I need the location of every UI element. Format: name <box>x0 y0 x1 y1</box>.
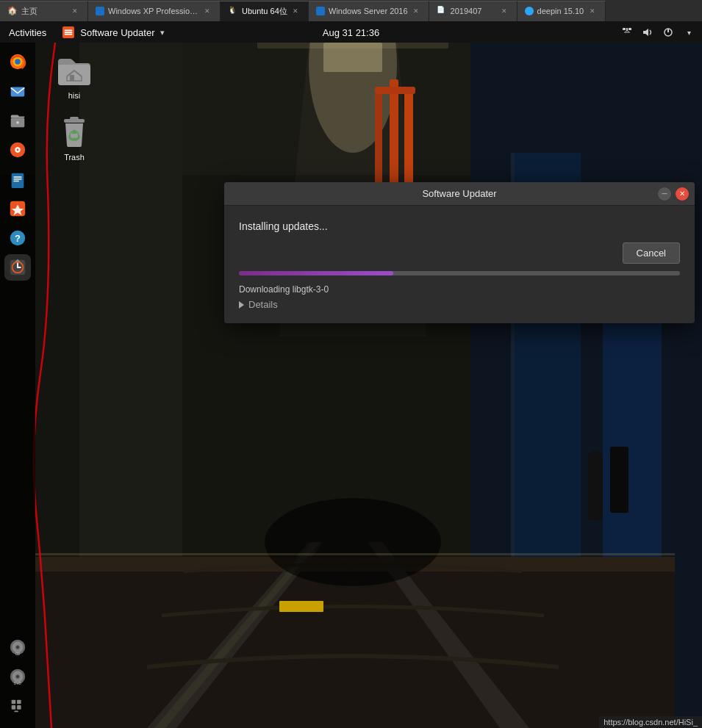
details-row[interactable]: Details <box>239 299 680 310</box>
dialog-controls: ─ ✕ <box>658 187 689 201</box>
tab-deepin[interactable]: deepin 15.10 ✕ <box>517 1 606 21</box>
volume-tray-icon[interactable] <box>640 25 655 40</box>
tab-home[interactable]: 🏠 主页 ✕ <box>0 1 88 21</box>
app-menu-label: Software Updater <box>80 27 154 38</box>
trash-icon-img <box>57 115 92 150</box>
svg-rect-2 <box>628 28 631 30</box>
rhythmbox-icon <box>8 140 27 159</box>
svg-rect-24 <box>35 553 675 555</box>
dock-item-show-apps[interactable] <box>4 693 31 719</box>
tab-2019407[interactable]: 📄 2019407 ✕ <box>429 1 517 21</box>
svg-rect-21 <box>375 87 415 94</box>
home-tab-icon: 🏠 <box>7 6 18 16</box>
dock-item-mail[interactable] <box>4 78 31 104</box>
download-status-text: Downloading libgtk-3-0 <box>239 284 680 295</box>
cancel-button[interactable]: Cancel <box>623 242 680 264</box>
software-updater-dialog[interactable]: Software Updater ─ ✕ Installing updates.… <box>224 182 695 323</box>
progress-bar-container <box>239 271 680 275</box>
hisi-icon-label: hisi <box>68 91 81 100</box>
tab-ubuntu[interactable]: 🐧 Ubuntu 64位 ✕ <box>221 1 309 21</box>
clock-display: Aug 31 21:36 <box>323 27 379 38</box>
dialog-title: Software Updater <box>422 188 496 199</box>
clock-text: Aug 31 21:36 <box>323 27 379 38</box>
folder-icon <box>57 54 92 87</box>
svg-rect-63 <box>70 117 79 120</box>
dock-bottom: CD DVD <box>4 634 31 728</box>
svg-text:?: ? <box>15 233 21 244</box>
dialog-close-button[interactable]: ✕ <box>676 187 689 201</box>
svg-rect-58 <box>17 700 21 704</box>
svg-rect-61 <box>14 711 18 713</box>
svg-rect-25 <box>588 461 603 520</box>
svg-point-31 <box>15 59 20 64</box>
power-tray-icon[interactable] <box>661 25 676 40</box>
tab-winserver-label: Windows Server 2016 <box>329 7 408 15</box>
system-tray: ▾ <box>620 22 702 43</box>
dialog-body: Installing updates... Cancel Downloading… <box>224 206 695 323</box>
app-menu[interactable]: Software Updater ▾ <box>55 22 172 43</box>
tab-deepin-label: deepin 15.10 <box>537 7 584 15</box>
svg-point-50 <box>17 646 19 649</box>
svg-text:CD: CD <box>15 652 21 656</box>
details-arrow-icon <box>239 301 244 309</box>
url-text: https://blog.csdn.net/HiSi_ <box>603 718 698 727</box>
svg-point-23 <box>265 498 441 586</box>
winserver-tab-icon <box>316 7 325 15</box>
network-tray-icon[interactable] <box>620 25 634 40</box>
svg-rect-0 <box>623 28 626 30</box>
tab-winserver[interactable]: Windows Server 2016 ✕ <box>309 1 429 21</box>
trash-icon <box>58 115 90 150</box>
dock-item-dvd[interactable]: DVD <box>4 663 31 690</box>
tab-ubuntu-close[interactable]: ✕ <box>290 6 301 16</box>
desktop-icons-area: hisi Trash <box>40 43 108 172</box>
sidebar-dock: ? CD <box>0 43 35 728</box>
firefox-icon <box>8 52 27 71</box>
svg-point-55 <box>17 676 19 678</box>
dock-item-software[interactable] <box>4 195 31 222</box>
desktop-icon-hisi[interactable]: hisi <box>48 50 101 103</box>
tab-ubuntu-label: Ubuntu 64位 <box>242 6 287 17</box>
mail-icon <box>8 82 27 101</box>
dock-item-files[interactable] <box>4 107 31 134</box>
tab-home-label: 主页 <box>21 6 67 17</box>
dock-item-cd[interactable]: CD <box>4 634 31 660</box>
svg-rect-39 <box>13 176 21 177</box>
svg-rect-32 <box>11 87 25 96</box>
dock-item-libreoffice[interactable] <box>4 166 31 192</box>
svg-rect-57 <box>12 700 16 704</box>
dialog-minimize-button[interactable]: ─ <box>658 187 671 201</box>
dialog-titlebar: Software Updater ─ ✕ <box>224 182 695 206</box>
dialog-status-text: Installing updates... <box>239 220 680 232</box>
tab-winserver-close[interactable]: ✕ <box>411 6 421 16</box>
close-icon: ✕ <box>679 190 685 198</box>
dock-item-firefox[interactable] <box>4 48 31 75</box>
browser-tab-bar: 🏠 主页 ✕ Windows XP Professional ✕ 🐧 Ubunt… <box>0 0 702 22</box>
details-label: Details <box>248 299 278 310</box>
svg-rect-27 <box>279 601 323 612</box>
activities-button[interactable]: Activities <box>0 22 55 43</box>
tab-winxp-label: Windows XP Professional <box>108 7 199 15</box>
svg-point-26 <box>588 450 603 465</box>
app-menu-icon <box>62 26 74 38</box>
deepin-tab-icon <box>525 7 534 15</box>
dock-item-rhythmbox[interactable] <box>4 137 31 163</box>
tab-winxp-close[interactable]: ✕ <box>202 6 212 16</box>
top-panel: Activities Software Updater ▾ Aug 31 21:… <box>0 22 702 43</box>
svg-rect-3 <box>624 32 630 33</box>
url-bar: https://blog.csdn.net/HiSi_ <box>599 716 702 728</box>
cd-icon: CD <box>8 638 27 657</box>
tab-winxp[interactable]: Windows XP Professional ✕ <box>88 1 221 21</box>
svg-point-34 <box>16 121 19 124</box>
winxp-tab-icon <box>96 7 104 15</box>
dock-item-help[interactable]: ? <box>4 225 31 251</box>
tab-home-close[interactable]: ✕ <box>70 6 80 16</box>
activities-label: Activities <box>9 27 46 38</box>
tab-2019407-close[interactable]: ✕ <box>499 6 509 16</box>
tab-deepin-close[interactable]: ✕ <box>587 6 598 16</box>
files-icon <box>8 111 27 130</box>
dvd-icon: DVD <box>8 667 27 686</box>
svg-text:DVD: DVD <box>14 682 21 685</box>
dock-item-updater[interactable] <box>4 254 31 281</box>
desktop-icon-trash[interactable]: Trash <box>48 112 101 165</box>
tray-menu-arrow[interactable]: ▾ <box>681 25 696 40</box>
